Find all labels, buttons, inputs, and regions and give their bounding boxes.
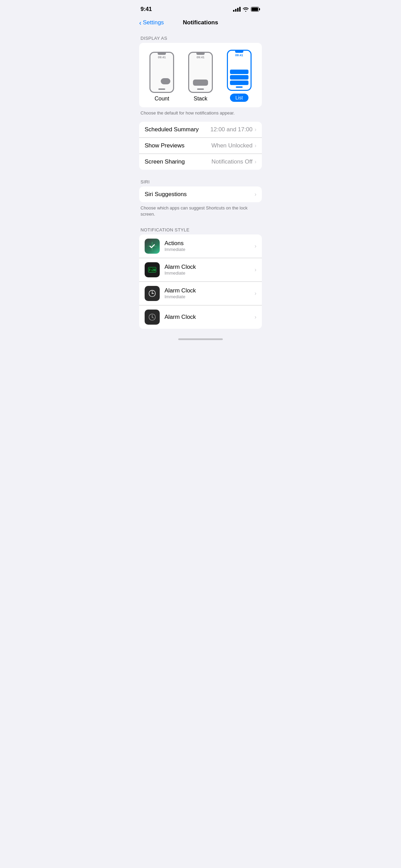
display-option-list[interactable]: 09:41 List (227, 50, 252, 102)
battery-icon (251, 7, 260, 12)
alarm3-app-info: Alarm Clock (165, 314, 255, 321)
back-button[interactable]: ‹ Settings (139, 19, 164, 26)
alarm2-app-subtitle: Immediate (165, 294, 255, 299)
phone-notch (196, 53, 205, 55)
display-as-section-label: DISPLAY AS (134, 32, 267, 43)
alarm3-row-right: › (255, 314, 256, 320)
alarm3-app-icon (145, 310, 160, 325)
svg-text:7:20: 7:20 (149, 268, 156, 272)
phone-notch (158, 53, 166, 55)
stack-phone-mockup: 09:41 (188, 52, 213, 93)
home-indicator (134, 334, 267, 342)
scheduled-summary-value-container: 12:00 and 17:00 › (210, 126, 256, 133)
count-badge-icon (161, 78, 170, 84)
svg-rect-1 (259, 8, 260, 10)
siri-suggestions-right: › (255, 191, 256, 197)
svg-rect-2 (252, 8, 258, 11)
app-row-alarm3[interactable]: Alarm Clock › (139, 305, 262, 329)
alarm1-app-name: Alarm Clock (165, 264, 255, 270)
screen-sharing-value: Notifications Off (211, 158, 253, 165)
chevron-right-icon: › (255, 126, 256, 133)
siri-suggestions-row[interactable]: Siri Suggestions › (139, 186, 262, 202)
count-label: Count (155, 96, 169, 102)
stack-block-icon (193, 80, 208, 86)
chevron-right-icon: › (255, 290, 256, 297)
actions-app-subtitle: Immediate (165, 247, 255, 252)
list-label: List (230, 94, 248, 102)
phone-home-indicator (236, 86, 243, 88)
svg-point-18 (152, 316, 153, 317)
chevron-right-icon: › (255, 159, 256, 165)
scheduled-summary-value: 12:00 and 17:00 (210, 126, 253, 133)
alarm1-app-subtitle: Immediate (165, 270, 255, 276)
siri-suggestions-label: Siri Suggestions (145, 191, 187, 198)
alarm1-app-icon: 7:20 (145, 262, 160, 277)
display-options-container: 09:41 Count 09:41 Stack 09:41 (139, 43, 262, 107)
status-time: 9:41 (141, 6, 152, 13)
count-phone-mockup: 09:41 (149, 52, 174, 93)
alarm2-app-icon (145, 286, 160, 301)
show-previews-value: When Unlocked (211, 142, 253, 149)
stack-label: Stack (194, 96, 207, 102)
svg-point-13 (152, 293, 153, 294)
home-bar (178, 338, 223, 340)
actions-app-info: Actions Immediate (165, 240, 255, 252)
nav-header: ‹ Settings Notifications (134, 16, 267, 32)
alarm3-icon-svg (147, 312, 157, 322)
alarm2-app-name: Alarm Clock (165, 287, 255, 294)
chevron-right-icon: › (255, 314, 256, 320)
actions-icon-svg (147, 241, 157, 251)
display-option-stack[interactable]: 09:41 Stack (188, 52, 213, 102)
phone-notch (235, 51, 243, 53)
actions-app-icon (145, 239, 160, 254)
back-chevron-icon: ‹ (139, 19, 142, 26)
list-blocks-icon (230, 70, 248, 85)
display-option-count[interactable]: 09:41 Count (149, 52, 174, 102)
chevron-right-icon: › (255, 191, 256, 197)
app-row-alarm1[interactable]: 7:20 Alarm Clock Immediate › (139, 258, 262, 282)
show-previews-row[interactable]: Show Previews When Unlocked › (139, 138, 262, 154)
screen-sharing-value-container: Notifications Off › (211, 158, 256, 165)
notification-style-section-label: NOTIFICATION STYLE (134, 223, 267, 234)
scheduled-summary-label: Scheduled Summary (145, 126, 199, 133)
alarm1-icon-svg: 7:20 (147, 265, 157, 275)
app-row-alarm2[interactable]: Alarm Clock Immediate › (139, 282, 262, 305)
alarm2-icon-svg (147, 288, 157, 299)
chevron-right-icon: › (255, 243, 256, 249)
chevron-right-icon: › (255, 267, 256, 273)
alarm2-row-right: › (255, 290, 256, 297)
chevron-right-icon: › (255, 143, 256, 149)
show-previews-value-container: When Unlocked › (211, 142, 256, 149)
siri-section-label: SIRI (134, 175, 267, 186)
app-row-actions[interactable]: Actions Immediate › (139, 234, 262, 258)
page-title: Notifications (183, 19, 218, 26)
alarm3-app-name: Alarm Clock (165, 314, 255, 321)
show-previews-label: Show Previews (145, 142, 184, 149)
alarm1-row-right: › (255, 267, 256, 273)
status-icons (233, 7, 260, 12)
display-as-footer: Choose the default for how notifications… (134, 107, 267, 122)
settings-card: Scheduled Summary 12:00 and 17:00 › Show… (139, 122, 262, 170)
actions-row-right: › (255, 243, 256, 249)
list-phone-mockup: 09:41 (227, 50, 252, 91)
wifi-icon (243, 7, 249, 12)
screen-sharing-label: Screen Sharing (145, 158, 185, 165)
signal-bars-icon (233, 7, 241, 12)
alarm1-app-info: Alarm Clock Immediate (165, 264, 255, 276)
status-bar: 9:41 (134, 0, 267, 16)
siri-footer: Choose which apps can suggest Shortcuts … (134, 202, 267, 223)
notification-style-card: Actions Immediate › 7:20 Alarm Clock Imm… (139, 234, 262, 329)
scheduled-summary-row[interactable]: Scheduled Summary 12:00 and 17:00 › (139, 122, 262, 138)
siri-card: Siri Suggestions › (139, 186, 262, 202)
alarm2-app-info: Alarm Clock Immediate (165, 287, 255, 299)
phone-home-indicator (197, 88, 204, 90)
display-as-card: 09:41 Count 09:41 Stack 09:41 (139, 43, 262, 107)
screen-sharing-row[interactable]: Screen Sharing Notifications Off › (139, 154, 262, 170)
phone-home-indicator (158, 88, 165, 90)
back-label: Settings (143, 19, 164, 26)
actions-app-name: Actions (165, 240, 255, 247)
